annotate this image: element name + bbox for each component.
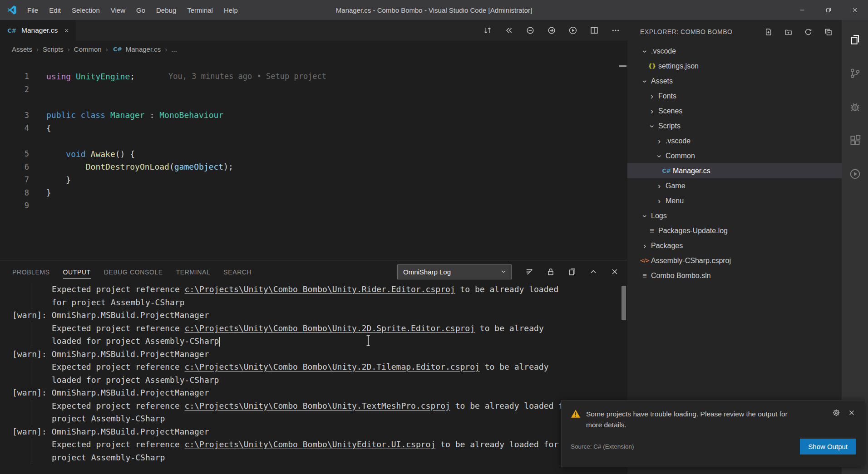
- extensions-icon[interactable]: [842, 123, 868, 157]
- collapse-folders-icon[interactable]: [824, 28, 833, 36]
- play-circle-icon[interactable]: [842, 157, 868, 191]
- window-title: Manager.cs - Combo Bombo - Visual Studio…: [336, 0, 532, 20]
- menu-help[interactable]: Help: [218, 0, 243, 20]
- csproj-file-icon: </>: [639, 258, 650, 264]
- breadcrumb-separator: ›: [68, 45, 70, 53]
- close-window-button[interactable]: [842, 0, 868, 20]
- panel-tab-terminal[interactable]: TERMINAL: [176, 265, 211, 279]
- line-number: 4: [0, 123, 29, 132]
- panel-scrollbar-thumb[interactable]: [621, 286, 626, 320]
- tree-item-fonts[interactable]: ›Fonts: [627, 88, 842, 103]
- circle-slash-icon[interactable]: [526, 26, 535, 35]
- breadcrumb-item-common[interactable]: Common: [74, 45, 102, 53]
- file-path-link[interactable]: c:\Projects\Unity\Combo Bombo\UnityEdito…: [185, 440, 436, 449]
- file-path-link[interactable]: c:\Projects\Unity\Combo Bombo\Unity.Ride…: [185, 284, 455, 294]
- file-path-link[interactable]: c:\Projects\Unity\Combo Bombo\Unity.2D.T…: [185, 362, 480, 371]
- breadcrumb-separator: ›: [165, 45, 167, 53]
- tree-item-manager-cs[interactable]: C#Manager.cs: [627, 163, 842, 178]
- arrow-circle-right-icon[interactable]: [547, 26, 556, 35]
- code-line: 3public class Manager : MonoBehaviour: [0, 109, 627, 122]
- notification-message: Some projects have trouble loading. Plea…: [586, 409, 791, 430]
- lock-icon[interactable]: [546, 267, 555, 276]
- tree-item-scripts[interactable]: ›Scripts: [627, 118, 842, 133]
- code-text: using UnityEngine;: [46, 72, 135, 81]
- refresh-icon[interactable]: [804, 28, 813, 36]
- tree-item-assembly-csharp-csproj[interactable]: </>Assembly-CSharp.csproj: [627, 253, 842, 268]
- explorer-view-icon[interactable]: [842, 23, 868, 56]
- breadcrumb-item-assets[interactable]: Assets: [12, 45, 32, 53]
- output-line: [warn]: OmniSharp.MSBuild.ProjectManager: [0, 425, 627, 439]
- tree-item-menu[interactable]: ›Menu: [627, 193, 842, 208]
- chevron-down-icon: ›: [654, 152, 665, 160]
- code-text: void Awake() {: [46, 149, 135, 159]
- panel-tab-output[interactable]: OUTPUT: [63, 265, 91, 279]
- panel-actions: [525, 267, 619, 276]
- open-in-editor-icon[interactable]: [567, 267, 577, 276]
- code-editor[interactable]: 1using UnityEngine;You, 3 minutes ago • …: [0, 57, 627, 260]
- line-number: 2: [0, 85, 29, 94]
- tree-item-combo-bombo-sln[interactable]: ≡Combo Bombo.sln: [627, 268, 842, 283]
- output-line: loaded for project Assembly-CSharp: [0, 374, 627, 387]
- line-number: 1: [0, 72, 29, 81]
- maximize-panel-icon[interactable]: [589, 267, 598, 276]
- tree-item-assets[interactable]: ›Assets: [627, 73, 842, 88]
- more-actions-icon[interactable]: [611, 26, 620, 35]
- minimize-button[interactable]: [789, 0, 815, 20]
- panel-tab-problems[interactable]: PROBLEMS: [12, 265, 50, 279]
- tree-item-packages[interactable]: ›Packages: [627, 238, 842, 253]
- warning-icon: [571, 409, 581, 419]
- tree-item-vscode[interactable]: ›.vscode: [627, 133, 842, 148]
- panel-tab-search[interactable]: SEARCH: [223, 265, 252, 279]
- vscode-window: FileEditSelectionViewGoDebugTerminalHelp…: [0, 0, 868, 474]
- debug-icon[interactable]: [842, 90, 868, 123]
- menu-go[interactable]: Go: [131, 0, 151, 20]
- tree-item-packages-update-log[interactable]: ≡Packages-Update.log: [627, 223, 842, 238]
- source-control-icon[interactable]: [842, 56, 868, 90]
- panel-tab-debug-console[interactable]: DEBUG CONSOLE: [104, 265, 163, 279]
- menu-file[interactable]: File: [22, 0, 44, 20]
- menu-selection[interactable]: Selection: [66, 0, 105, 20]
- show-output-button[interactable]: Show Output: [800, 439, 856, 454]
- new-folder-icon[interactable]: [784, 28, 793, 36]
- tree-item-vscode[interactable]: ›.vscode: [627, 44, 842, 59]
- line-number: 9: [0, 201, 29, 210]
- tree-item-game[interactable]: ›Game: [627, 178, 842, 193]
- explorer-header: EXPLORER: COMBO BOMBO: [627, 20, 842, 44]
- code-text: }: [46, 175, 71, 185]
- run-icon[interactable]: [568, 26, 577, 35]
- tree-item-settings-json[interactable]: {}settings.json: [627, 59, 842, 73]
- menu-view[interactable]: View: [105, 0, 131, 20]
- restore-button[interactable]: [815, 0, 842, 20]
- double-chevron-left-icon[interactable]: [504, 26, 513, 35]
- bottom-panel: PROBLEMSOUTPUTDEBUG CONSOLETERMINALSEARC…: [0, 260, 627, 474]
- chevron-right-icon: ›: [654, 137, 665, 145]
- menu-terminal[interactable]: Terminal: [182, 0, 218, 20]
- output-log[interactable]: Expected project reference c:\Projects\U…: [0, 283, 627, 474]
- tree-item-logs[interactable]: ›Logs: [627, 208, 842, 223]
- close-panel-icon[interactable]: [610, 267, 619, 276]
- menu-edit[interactable]: Edit: [44, 0, 66, 20]
- close-tab-icon[interactable]: [64, 28, 69, 34]
- code-text: }: [46, 188, 51, 197]
- breadcrumb-item-ellipsis[interactable]: ...: [171, 45, 177, 53]
- tree-item-common[interactable]: ›Common: [627, 148, 842, 163]
- file-path-link[interactable]: c:\Projects\Unity\Combo Bombo\Unity.Text…: [185, 401, 450, 410]
- line-number: 5: [0, 149, 29, 158]
- clear-output-icon[interactable]: [525, 267, 534, 276]
- tree-item-scenes[interactable]: ›Scenes: [627, 103, 842, 118]
- swap-vertical-icon[interactable]: [483, 26, 492, 35]
- output-line: Expected project reference c:\Projects\U…: [0, 322, 627, 335]
- breadcrumb-item-scripts[interactable]: Scripts: [43, 45, 64, 53]
- line-number: 7: [0, 175, 29, 184]
- menu-debug[interactable]: Debug: [151, 0, 182, 20]
- gear-icon[interactable]: [832, 409, 840, 417]
- split-editor-icon[interactable]: [590, 26, 599, 35]
- scrollbar-thumb[interactable]: [619, 65, 626, 67]
- sln-file-icon: ≡: [639, 272, 650, 279]
- output-channel-select[interactable]: OmniSharp Log: [397, 264, 512, 279]
- breadcrumb-item-manager-cs[interactable]: C#Manager.cs: [112, 45, 161, 53]
- new-file-icon[interactable]: [764, 28, 773, 36]
- close-notification-icon[interactable]: [848, 409, 856, 417]
- tab-manager-cs[interactable]: C# Manager.cs: [0, 20, 76, 41]
- file-path-link[interactable]: c:\Projects\Unity\Combo Bombo\Unity.2D.S…: [185, 323, 475, 333]
